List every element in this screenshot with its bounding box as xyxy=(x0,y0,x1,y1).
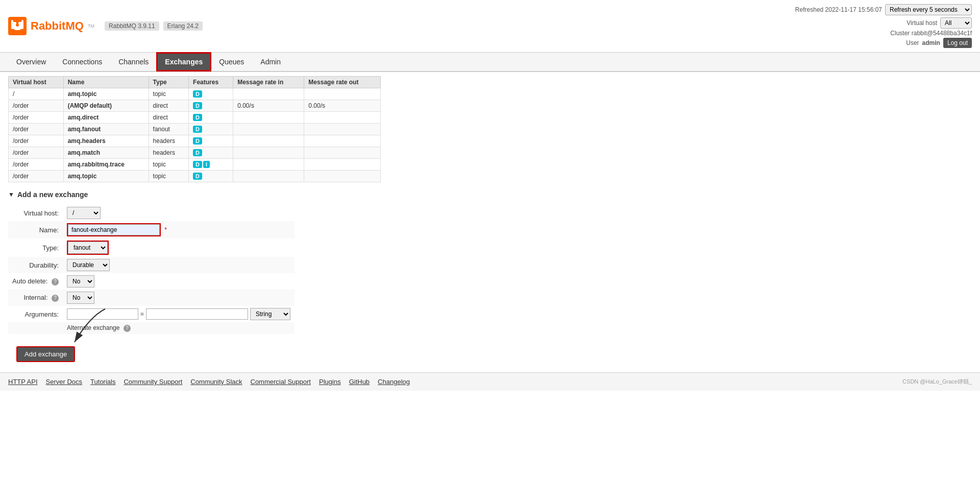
exchange-name-input[interactable] xyxy=(68,224,160,235)
footer-community-slack[interactable]: Community Slack xyxy=(190,378,242,386)
refreshed-timestamp: Refreshed 2022-11-17 15:56:07 xyxy=(795,6,882,13)
auto-delete-field-label: Auto delete: ? xyxy=(8,273,63,290)
cluster-label: Cluster xyxy=(890,30,910,37)
cell-rate-in xyxy=(233,171,304,182)
durability-select[interactable]: DurableTransient xyxy=(67,259,110,271)
cell-rate-out xyxy=(304,171,381,182)
feature-badge-d: D xyxy=(193,126,202,133)
footer-server-docs[interactable]: Server Docs xyxy=(46,378,83,386)
svg-rect-4 xyxy=(21,20,23,24)
cell-rate-in xyxy=(233,88,304,100)
table-row: /order(AMQP default)directD0.00/s0.00/s xyxy=(9,100,381,112)
virtual-host-select[interactable]: All//order xyxy=(940,17,972,29)
rabbitmq-logo-icon xyxy=(8,17,27,35)
internal-select[interactable]: NoYes xyxy=(67,292,94,304)
nav-channels[interactable]: Channels xyxy=(110,53,157,71)
name-input-wrapper xyxy=(67,223,161,236)
nav-overview[interactable]: Overview xyxy=(8,53,54,71)
cell-rate-in xyxy=(233,159,304,171)
auto-delete-help-icon[interactable]: ? xyxy=(52,278,59,285)
auto-delete-select[interactable]: NoYes xyxy=(67,275,94,288)
header-right: Refreshed 2022-11-17 15:56:07 Refresh ev… xyxy=(795,4,972,48)
internal-help-icon[interactable]: ? xyxy=(52,295,59,302)
cell-name[interactable]: amq.topic xyxy=(63,171,149,182)
footer-changelog[interactable]: Changelog xyxy=(378,378,410,386)
cell-vhost: /order xyxy=(9,171,64,182)
refresh-select[interactable]: Refresh every 5 secondsRefresh every 10 … xyxy=(885,4,972,15)
nav-queues[interactable]: Queues xyxy=(211,53,252,71)
cell-type: direct xyxy=(149,100,189,112)
nav: Overview Connections Channels Exchanges … xyxy=(0,53,980,72)
footer: HTTP API Server Docs Tutorials Community… xyxy=(0,372,980,391)
cell-rate-in xyxy=(233,112,304,124)
durability-field-label: Durability: xyxy=(8,257,63,273)
feature-badge-d: D xyxy=(193,161,202,168)
footer-tutorials[interactable]: Tutorials xyxy=(90,378,115,386)
header: RabbitMQ TM RabbitMQ 3.9.11 Erlang 24.2 … xyxy=(0,0,980,53)
cell-name[interactable]: amq.direct xyxy=(63,112,149,124)
footer-commercial-support[interactable]: Commercial Support xyxy=(251,378,311,386)
vhost-field-label: Virtual host: xyxy=(8,205,63,221)
cell-name[interactable]: amq.match xyxy=(63,147,149,159)
cell-rate-out xyxy=(304,159,381,171)
feature-badge-i: I xyxy=(203,161,210,168)
feature-badge-d: D xyxy=(193,137,202,145)
footer-http-api[interactable]: HTTP API xyxy=(8,378,38,386)
feature-badge-d: D xyxy=(193,149,202,156)
user-value: admin xyxy=(922,39,940,46)
col-features: Features xyxy=(189,77,233,88)
cell-rate-out xyxy=(304,147,381,159)
footer-github[interactable]: GitHub xyxy=(349,378,370,386)
cell-name[interactable]: (AMQP default) xyxy=(63,100,149,112)
cell-rate-out: 0.00/s xyxy=(304,100,381,112)
col-name: Name xyxy=(63,77,149,88)
add-exchange-button[interactable]: Add exchange xyxy=(16,346,75,362)
nav-connections[interactable]: Connections xyxy=(54,53,110,71)
arguments-type-select[interactable]: StringNumberBoolean xyxy=(250,308,290,320)
add-exchange-form: Virtual host: //order Name: * Type: xyxy=(8,205,295,334)
logout-button[interactable]: Log out xyxy=(943,38,972,48)
cell-name[interactable]: amq.topic xyxy=(63,88,149,100)
add-exchange-section: ▼ Add a new exchange Virtual host: //ord… xyxy=(8,190,972,362)
cell-rate-out xyxy=(304,112,381,124)
feature-badge-d: D xyxy=(193,173,202,180)
cell-type: direct xyxy=(149,112,189,124)
arguments-field-label: Arguments: xyxy=(8,306,63,322)
cell-name[interactable]: amq.fanout xyxy=(63,124,149,135)
cell-rate-out xyxy=(304,88,381,100)
cell-type: topic xyxy=(149,88,189,100)
cell-vhost: /order xyxy=(9,135,64,147)
cell-name[interactable]: amq.headers xyxy=(63,135,149,147)
cell-features: D xyxy=(189,135,233,147)
logo-tm: TM xyxy=(88,23,94,29)
add-exchange-toggle[interactable]: ▼ Add a new exchange xyxy=(8,190,972,199)
form-vhost-select[interactable]: //order xyxy=(67,207,101,219)
arguments-value-input[interactable] xyxy=(146,308,248,320)
exchange-type-select[interactable]: directfanouttopicheaders xyxy=(68,242,108,254)
footer-plugins[interactable]: Plugins xyxy=(319,378,341,386)
col-rate-out: Message rate out xyxy=(304,77,381,88)
cell-rate-in xyxy=(233,147,304,159)
nav-admin[interactable]: Admin xyxy=(252,53,289,71)
arrow-annotation-svg xyxy=(59,306,120,347)
footer-credit: CSDN @HaLo_Grace肆繇_ xyxy=(902,378,972,386)
nav-exchanges[interactable]: Exchanges xyxy=(157,53,211,71)
table-row: /orderamq.directdirectD xyxy=(9,112,381,124)
footer-community-support[interactable]: Community Support xyxy=(124,378,182,386)
table-row: /amq.topictopicD xyxy=(9,88,381,100)
cell-features: D xyxy=(189,88,233,100)
version-info: RabbitMQ 3.9.11 Erlang 24.2 xyxy=(105,21,203,31)
cell-vhost: /order xyxy=(9,147,64,159)
table-row: /orderamq.fanoutfanoutD xyxy=(9,124,381,135)
add-button-area: Add exchange xyxy=(8,342,972,362)
type-field-label: Type: xyxy=(8,238,63,257)
internal-field-label: Internal: ? xyxy=(8,290,63,306)
feature-badge-d: D xyxy=(193,102,202,109)
svg-point-6 xyxy=(16,23,19,27)
main: Virtual host Name Type Features Message … xyxy=(0,76,980,362)
table-row: /orderamq.topictopicD xyxy=(9,171,381,182)
cell-rate-in xyxy=(233,124,304,135)
cell-rate-in xyxy=(233,135,304,147)
cell-name[interactable]: amq.rabbitmq.trace xyxy=(63,159,149,171)
alt-exchange-help-icon[interactable]: ? xyxy=(124,325,131,332)
